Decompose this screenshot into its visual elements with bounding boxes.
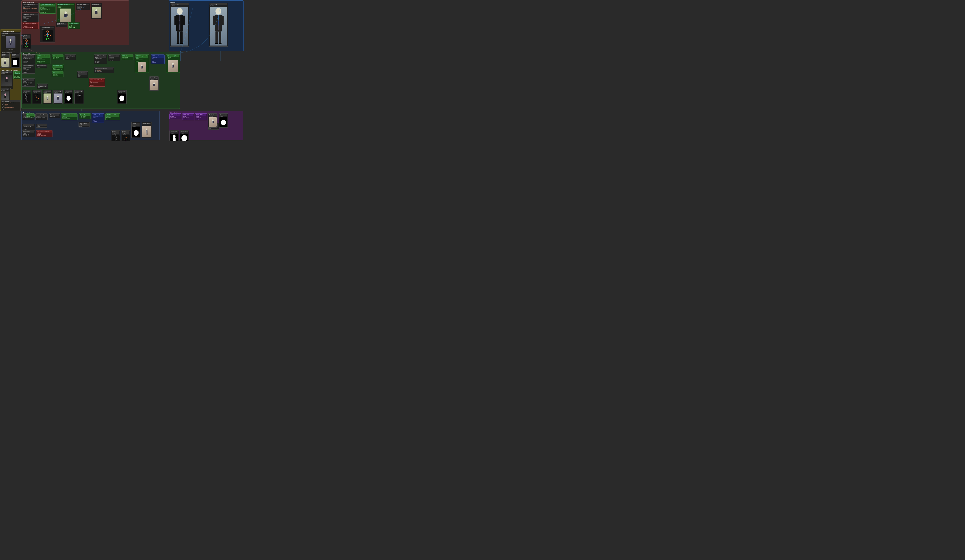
svg-point-61 [215,43,218,44]
svg-point-40 [177,8,183,15]
ksampler-3: #624 Efficiency Nodes for Co... MODEL ▼•… [105,113,120,120]
load-controlled-model-2l: Load Controlled Model CONTROL_SET ▼unet … [22,54,35,64]
fc-face-fusion-4: FC FaceFusion • image• face_image [169,113,181,119]
load-image-user[interactable]: Load Image • image self.jpg choose file … [1,71,13,90]
svg-point-52 [216,8,221,15]
preview-image-label-1: Preview Image [171,3,188,5]
mask-to-image-1: Mask To Image (HIS) image [56,22,67,27]
preview-4-mask-b1: Preview Image • images [169,130,179,141]
fc-crop-inpaste-4: FC CropInPaste imagecrop_image• image [182,113,194,120]
svg-rect-13 [8,80,8,81]
load-controlled-model-3b: Load Controlled Model CONTROL_SET ▼unet … [35,113,47,120]
svg-point-10 [6,77,8,79]
svg-point-51 [180,43,183,44]
controlnet-stacker-2: Control Net Stacker CNET_STACK ▼imagestr… [22,64,35,73]
controlnet-stacker-1: Control Net Stacker CNET_STACK ▼ image s… [22,13,39,23]
preview-2d: Preview Image • images [53,90,63,104]
efficiency-46: #46 Efficiency Nodes for... MODEL ▼CONDI… [52,64,64,71]
efficiency-324: #324 Control [26,113,34,118]
svg-point-78 [47,96,48,97]
svg-rect-2 [9,41,10,43]
svg-point-98 [115,136,117,138]
svg-rect-125 [224,120,225,123]
svg-line-68 [25,98,27,99]
svg-point-127 [173,135,175,138]
svg-point-120 [212,119,214,121]
svg-rect-113 [134,131,135,134]
preview-4-mask: Preview Image • images [219,113,228,127]
svg-rect-22 [95,11,97,14]
svg-line-108 [125,140,126,141]
preview-2b: Preview Image • images [32,90,41,104]
first-inference-group: First Inference Load Controlled Model CO… [21,0,129,45]
svg-rect-65 [142,66,142,68]
svg-rect-20 [67,14,67,16]
svg-rect-19 [64,14,65,16]
efficiency-853: #853 Efficiency Nodes for Co... MODEL ▼C… [36,54,51,64]
fc-lambca-3: #ice LamCa's LaUntCal Ap... positivenega… [36,130,52,137]
svg-rect-3 [11,41,12,43]
preview-2f: Preview Image • images [74,90,84,104]
fc-parasegment-1: FC ParaSeq Crop • seg_image BACK_H ▼ BAC… [68,22,80,29]
svg-line-76 [36,100,37,102]
svg-point-33 [49,39,49,40]
svg-line-71 [27,100,28,102]
svg-rect-15 [4,96,6,98]
svg-rect-12 [5,80,6,81]
preview-2e: Preview Image • images [64,90,73,104]
preview-2mask: Preview Image • images [117,90,126,104]
preview-image-right: Preview Image • images [11,53,20,68]
svg-rect-91 [120,96,121,99]
fc-facepose-2: FC FacePose • face_image• face_mask [52,54,64,60]
svg-point-24 [47,31,49,33]
fc-face-segment-user: FC FaceSegment • seg_image• seg_mask [13,71,21,79]
svg-rect-112 [137,131,138,134]
openpose-3: OpenPose Pose image [36,124,47,127]
svg-point-0 [10,39,11,41]
svg-rect-23 [96,11,96,14]
svg-rect-18 [65,14,65,17]
svg-rect-90 [123,96,124,99]
svg-point-50 [177,43,180,44]
svg-rect-11 [5,79,8,82]
svg-point-95 [172,63,173,65]
svg-line-69 [27,98,28,99]
template-image-group: Template Image Load Image • image fc_tem… [0,29,21,67]
svg-line-107 [126,139,128,140]
preview-3person: Preview Image • images [142,122,152,139]
svg-point-34 [26,40,28,42]
svg-point-14 [4,93,6,96]
efficient-loader-3: Efficient Loader ckpt_name [49,113,60,118]
ksampler-2: #XSampler Arc (Efficient) • images• late… [166,54,180,73]
efficiency-124: #124 Efficiency Nodes for Co... MODEL ▼C… [61,113,77,120]
svg-point-115 [146,129,147,131]
svg-rect-59 [216,31,218,44]
svg-point-31 [50,35,51,36]
svg-rect-4 [10,44,11,45]
svg-rect-124 [223,120,224,123]
svg-point-62 [219,43,221,44]
svg-rect-118 [146,133,147,135]
svg-rect-119 [147,133,148,135]
second-inference-group: Second Inference Load Controlled Model C… [21,52,180,109]
load-controlled-model-1: Load Controlled Model CONTROL_SET ▼ unet… [22,3,39,12]
fc-crop-origin-4: FC CropToOrign imageorig_image• image [195,113,207,120]
ksampler-arc-1: #4 Efficiency Nodes for Co... • images •… [57,3,75,23]
fc-face-segment-2: FC FaceSegment • seg_image• seg_mask [121,54,133,60]
svg-point-66 [25,94,28,96]
fc-face-segment-mid: FC FaceSegment • seg_image• seg_mask [52,71,64,77]
fc-controlnet-controller-1: #5 ControlNet's Controller Ap... • posit… [22,22,39,29]
svg-rect-126 [222,121,222,123]
svg-line-75 [37,97,39,99]
svg-rect-128 [173,138,175,141]
preview-output-right: Preview Image • images [209,3,228,47]
svg-line-29 [47,36,49,39]
svg-point-63 [141,65,142,66]
svg-rect-49 [180,31,183,44]
load-image-node[interactable]: Load Image • image fc_temp.jpg choose fi… [1,32,21,54]
svg-rect-80 [47,97,47,100]
svg-rect-94 [154,84,154,86]
openpose-1: OpenPose Pose image [40,26,55,42]
svg-rect-60 [219,31,221,44]
preview-image-left: Preview Image • images [1,53,10,68]
